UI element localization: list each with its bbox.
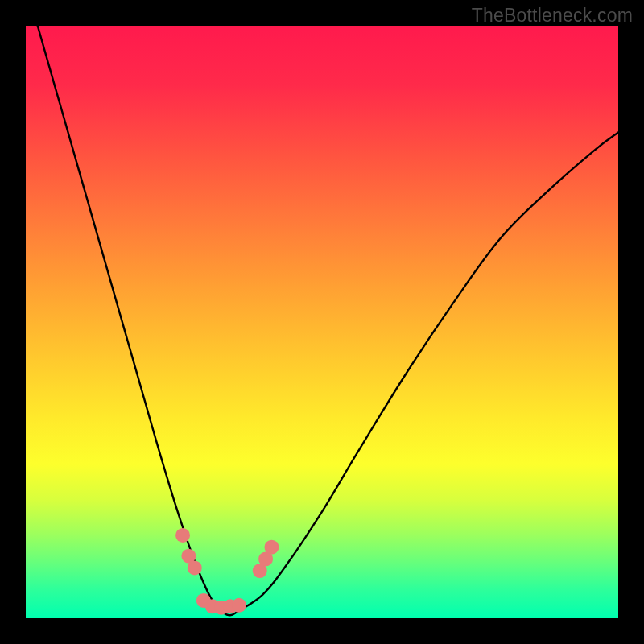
curve-marker — [188, 560, 202, 575]
curve-markers — [175, 528, 279, 615]
curve-marker — [232, 598, 246, 613]
curve-marker — [175, 528, 190, 543]
chart-svg — [26, 26, 618, 618]
watermark-text: TheBottleneck.com — [472, 5, 633, 27]
curve-marker — [264, 540, 279, 555]
plot-area — [26, 26, 618, 618]
chart-frame: TheBottleneck.com — [0, 0, 644, 644]
bottleneck-curve — [38, 26, 618, 615]
